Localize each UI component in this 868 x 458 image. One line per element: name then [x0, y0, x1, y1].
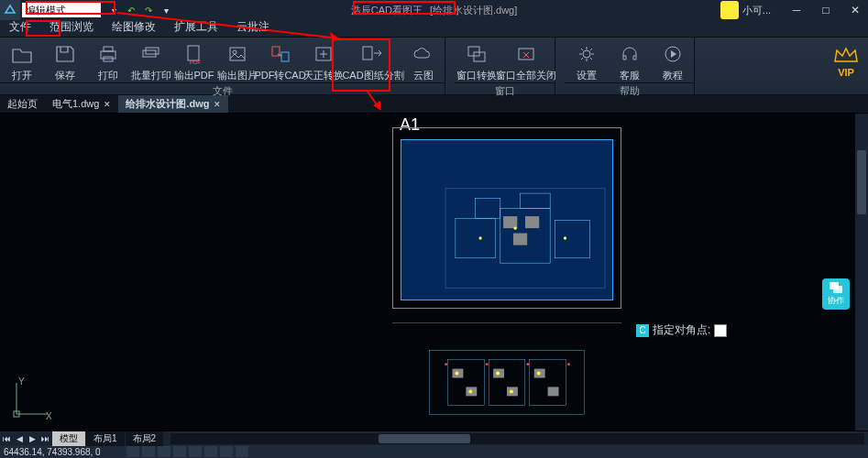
dropdown-icon[interactable]: ▾ — [106, 3, 121, 17]
undo-icon[interactable]: ↶ — [124, 3, 138, 17]
layout-tab-1[interactable]: 布局1 — [86, 431, 125, 446]
crown-icon — [831, 45, 861, 65]
svg-rect-21 — [476, 199, 500, 219]
batch-print-button[interactable]: 批量打印 — [129, 39, 172, 82]
close-button[interactable]: ✕ — [842, 1, 868, 19]
open-icon — [9, 42, 35, 66]
close-all-windows-button[interactable]: 窗口全部关闭 — [498, 39, 555, 82]
svg-point-50 — [526, 363, 529, 365]
status-tool-osnap[interactable] — [189, 446, 202, 457]
window-switch-button[interactable]: 窗口转换 — [455, 39, 498, 82]
status-tool-ortho[interactable] — [158, 446, 170, 457]
play-icon — [660, 42, 686, 66]
vip-badge[interactable]: VIP — [831, 45, 861, 78]
svg-point-49 — [486, 363, 489, 365]
split-icon — [360, 42, 386, 66]
tutorial-button[interactable]: 教程 — [651, 39, 694, 82]
avatar[interactable] — [720, 1, 739, 19]
svg-point-46 — [468, 389, 472, 393]
print-button[interactable]: 打印 — [86, 39, 129, 82]
menu-cloud[interactable]: 云批注 — [227, 17, 279, 37]
svg-text:PDF: PDF — [190, 60, 201, 64]
svg-rect-15 — [519, 49, 533, 60]
svg-point-47 — [510, 389, 513, 393]
scrollbar-thumb[interactable] — [857, 150, 866, 214]
svg-rect-42 — [548, 387, 559, 396]
svg-rect-7 — [230, 48, 245, 60]
svg-rect-33 — [430, 351, 585, 414]
ribbon-group-file: 打开 保存 打印 批量打印 PDF输出PDF 输出图片 PDF转CAD 天正转换… — [0, 38, 445, 94]
minimize-button[interactable]: ─ — [784, 1, 809, 19]
svg-rect-20 — [555, 220, 590, 257]
close-icon[interactable]: ✕ — [214, 100, 221, 109]
layout-tab-2[interactable]: 布局2 — [126, 431, 164, 446]
title-bar: ▾ ↶ ↷ ▾ 浩辰CAD看图王 [给排水设计图.dwg] 小可... ─ □ … — [0, 0, 868, 20]
svg-rect-10 — [281, 52, 289, 61]
canvas-area[interactable]: A1 C 指定对角点: 协作 — [0, 114, 868, 431]
doc-title: [给排水设计图.dwg] — [430, 4, 517, 17]
layout-tabs: ⏮ ◀ ▶ ⏭ 模型 布局1 布局2 — [0, 431, 868, 445]
menu-draw[interactable]: 绘图修改 — [103, 17, 165, 37]
ribbon-group-label: 帮助 — [565, 82, 694, 99]
tab-nav-next[interactable]: ▶ — [26, 432, 38, 445]
cad-split-button[interactable]: CAD图纸分割 — [345, 39, 401, 82]
floorplan-drawing — [420, 158, 631, 318]
redo-icon[interactable]: ↷ — [141, 3, 156, 17]
pdf-to-cad-button[interactable]: PDF转CAD — [258, 39, 302, 82]
win-switch-icon — [464, 42, 489, 66]
print-icon — [95, 42, 121, 66]
status-tool-lw[interactable] — [236, 446, 248, 457]
svg-rect-24 — [525, 216, 539, 228]
collaboration-button[interactable]: 协作 — [822, 278, 850, 310]
svg-point-51 — [567, 363, 570, 365]
export-image-button[interactable]: 输出图片 — [215, 39, 258, 82]
maximize-button[interactable]: □ — [813, 1, 839, 19]
menu-file[interactable]: 文件 — [0, 17, 40, 37]
open-button[interactable]: 打开 — [0, 39, 43, 82]
svg-text:Y: Y — [18, 376, 25, 387]
horizontal-scrollbar[interactable] — [170, 433, 864, 444]
app-title: 浩辰CAD看图王 — [351, 4, 423, 17]
export-pdf-button[interactable]: PDF输出PDF — [172, 39, 215, 82]
svg-point-48 — [445, 363, 447, 365]
status-tool-grid[interactable] — [142, 446, 155, 457]
scrollbar-thumb[interactable] — [379, 434, 470, 443]
settings-button[interactable]: 设置 — [565, 39, 608, 82]
svg-rect-25 — [513, 234, 527, 245]
img-out-icon — [225, 42, 250, 66]
tab-nav-first[interactable]: ⏮ — [0, 432, 13, 445]
menu-view[interactable]: 范围浏览 — [40, 17, 103, 37]
status-tool-dyn[interactable] — [220, 446, 233, 457]
svg-point-43 — [455, 372, 458, 376]
coordinates: 64436.14, 74393.968, 0 — [4, 447, 101, 457]
tianzheng-button[interactable]: 天正转换 — [302, 39, 345, 82]
close-icon[interactable]: ✕ — [104, 100, 111, 109]
tab-nav-last[interactable]: ⏭ — [38, 432, 51, 445]
vertical-scrollbar[interactable] — [855, 114, 868, 431]
status-tool-snap[interactable] — [126, 446, 139, 457]
support-button[interactable]: 客服 — [608, 39, 651, 82]
tab-nav-prev[interactable]: ◀ — [13, 432, 26, 445]
status-bar: 64436.14, 74393.968, 0 — [0, 445, 868, 458]
svg-point-30 — [478, 236, 481, 239]
svg-point-16 — [583, 50, 590, 58]
status-tool-track[interactable] — [204, 446, 217, 457]
menu-tools[interactable]: 扩展工具 — [165, 17, 227, 37]
floorplan-drawing-2 — [392, 323, 621, 431]
tz-icon — [311, 42, 336, 66]
layout-tab-model[interactable]: 模型 — [52, 431, 85, 446]
cloud-button[interactable]: 云图 — [401, 39, 445, 82]
corner-checkbox[interactable] — [714, 324, 727, 337]
gear-icon — [574, 42, 599, 66]
svg-point-44 — [496, 372, 500, 376]
second-drawing — [392, 322, 621, 431]
tool-icon[interactable]: ▾ — [159, 3, 173, 17]
cloud-icon — [411, 42, 436, 66]
svg-rect-12 — [363, 47, 372, 60]
mode-input[interactable] — [22, 3, 101, 17]
app-logo-icon — [0, 0, 20, 20]
save-button[interactable]: 保存 — [43, 39, 86, 82]
svg-point-32 — [564, 236, 566, 239]
status-tool-polar[interactable] — [173, 446, 186, 457]
ucs-icon: YX — [9, 376, 55, 421]
